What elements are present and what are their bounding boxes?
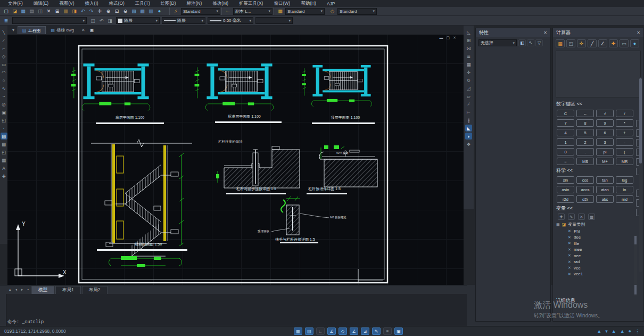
calc-function-key[interactable]: ln	[616, 186, 633, 193]
rectangle-tool-icon[interactable]: ▭	[1, 61, 7, 68]
menu-item[interactable]: AJP	[322, 1, 340, 6]
polar-toggle[interactable]: ∠	[327, 327, 336, 335]
variable-item[interactable]: ✕ dee	[556, 234, 643, 240]
calc-function-key[interactable]: acos	[576, 186, 594, 193]
lineweight-toggle[interactable]: ≡	[383, 327, 392, 335]
designcenter-icon[interactable]: ▩	[138, 7, 146, 15]
variables-tree-root[interactable]: ▦ ◪ 变量类别	[556, 222, 643, 227]
calculator-history-box[interactable]	[556, 51, 641, 97]
cut-icon[interactable]: ✕	[45, 7, 53, 15]
properties-palette-icon[interactable]: ▧	[130, 7, 138, 15]
scientific-section-header[interactable]: 科学 <<	[553, 165, 643, 174]
osnap-toggle[interactable]: ◇	[338, 327, 347, 335]
calc-key[interactable]: 0	[557, 148, 574, 155]
layout-nav-icon[interactable]: ▸	[20, 288, 25, 292]
calc-key[interactable]: -	[616, 138, 633, 146]
help-icon[interactable]: ●	[630, 39, 639, 47]
menu-item[interactable]: 格式(O)	[104, 1, 129, 7]
drawing-tab[interactable]: ▤ 楼梯 dwg	[47, 26, 78, 34]
plot-icon[interactable]: ▤	[28, 7, 36, 15]
annotation-scale-dropdown-icon[interactable]: ▾	[605, 329, 608, 334]
zoom-previous-icon[interactable]: ⊖	[121, 7, 129, 15]
tree-expand-icon[interactable]: ▦	[556, 223, 560, 227]
calc-key[interactable]: =	[557, 158, 574, 165]
menu-item[interactable]: 文件(F)	[3, 1, 28, 7]
variable-item[interactable]: ✕ rad	[556, 258, 643, 265]
angle-of-line-icon[interactable]: ∠	[598, 39, 607, 47]
redo-icon[interactable]: ↷	[87, 7, 95, 15]
paste-to-commandline-icon[interactable]: ◰	[566, 39, 575, 47]
layer-states-icon[interactable]: ◫	[89, 17, 97, 24]
calc-key[interactable]: 2	[576, 138, 594, 146]
extend-tool-icon[interactable]: ⊢	[465, 109, 472, 116]
linetype-dropdown[interactable]: 随层 ▾	[162, 17, 205, 24]
variables-scrollbar[interactable]	[634, 235, 637, 296]
hatch-tool-icon[interactable]: ▨	[1, 133, 7, 140]
scale-tool-icon[interactable]: ◿	[465, 85, 472, 92]
calc-key[interactable]: +	[616, 129, 633, 136]
erase-tool-icon[interactable]: ◺	[465, 29, 472, 36]
close-icon[interactable]: ✕	[543, 30, 547, 35]
pickadd-toggle-icon[interactable]: ◧	[518, 39, 526, 46]
menu-item[interactable]: 绘图(D)	[156, 1, 181, 7]
calc-key[interactable]: 1	[557, 138, 574, 146]
calc-key[interactable]: 5	[576, 129, 594, 136]
explode-tool-icon[interactable]: ❖	[465, 141, 472, 147]
offset-tool-icon[interactable]: ≣	[465, 53, 472, 60]
stretch-tool-icon[interactable]: ▱	[465, 93, 472, 100]
calc-key[interactable]: 9	[596, 119, 614, 127]
variable-item[interactable]: ✕ Ille	[556, 240, 643, 246]
calc-function-key[interactable]: cos	[576, 176, 594, 184]
rotate-tool-icon[interactable]: ↻	[465, 77, 472, 84]
workspace-icon[interactable]: ●	[629, 329, 631, 334]
calc-function-key[interactable]: abs	[596, 195, 614, 203]
calc-key[interactable]: 8	[576, 119, 594, 127]
annotation-icon[interactable]: ▲	[620, 329, 625, 334]
model-space-canvas[interactable]: ▬▢✕	[7, 35, 464, 285]
layer-previous-icon[interactable]: ↶	[97, 17, 105, 24]
mtext-tool-icon[interactable]: A	[1, 165, 7, 171]
layout-nav-icon[interactable]: ▪	[26, 288, 30, 292]
new-variable-icon[interactable]: ✚	[558, 214, 565, 220]
circle-tool-icon[interactable]: ○	[1, 77, 7, 84]
paste-icon[interactable]: ▥	[62, 7, 70, 15]
calc-key[interactable]: .	[576, 148, 594, 155]
calc-key[interactable]: *	[616, 119, 633, 127]
array-tool-icon[interactable]: ▦	[465, 61, 472, 68]
variable-item[interactable]: ✕ vee	[556, 264, 643, 271]
save-icon[interactable]: ▦	[19, 7, 27, 15]
calc-function-key[interactable]: atan	[596, 186, 614, 193]
color-dropdown[interactable]: 随层 ▾	[116, 17, 160, 24]
drawing-tab[interactable]: ▤ 工程图	[18, 26, 46, 34]
calc-key[interactable]: 7	[557, 119, 574, 127]
calc-key[interactable]: /	[616, 110, 633, 117]
calc-function-key[interactable]: d2r	[576, 195, 594, 203]
calc-function-key[interactable]: tan	[596, 176, 614, 184]
selection-dropdown[interactable]: 无选择 ▾	[478, 39, 517, 46]
line-tool-icon[interactable]: ╲	[1, 29, 7, 36]
calc-key[interactable]: (	[616, 148, 633, 155]
style-dropdown[interactable]: Standard ▾	[337, 8, 377, 15]
tab-list-dropdown-icon[interactable]: ▾	[11, 28, 16, 32]
delete-variable-icon[interactable]: ✕	[578, 214, 585, 220]
layout-tab[interactable]: 模型	[31, 286, 54, 294]
layout-nav-icon[interactable]: ◂	[14, 288, 19, 292]
match-properties-icon[interactable]: ◨	[70, 7, 78, 15]
calc-key[interactable]: ←	[576, 110, 594, 117]
calc-key[interactable]: 6	[596, 129, 614, 136]
trim-tool-icon[interactable]: ⌿	[465, 101, 472, 108]
add-selected-icon[interactable]: ✚	[1, 173, 7, 179]
xline-tool-icon[interactable]: ⁄	[1, 37, 7, 44]
close-tab-icon[interactable]: ✕	[80, 28, 87, 32]
calc-function-key[interactable]: asin	[557, 186, 574, 193]
layout-nav-icon[interactable]: ▴	[7, 288, 13, 292]
calc-key[interactable]: C	[557, 110, 574, 117]
annotation-visibility-icon[interactable]: ▲	[597, 329, 601, 334]
menu-item[interactable]: 插入(I)	[80, 1, 103, 7]
menu-item[interactable]: 修改(M)	[208, 1, 233, 7]
style-dropdown[interactable]: Standard ▾	[181, 8, 220, 15]
distance-between-points-icon[interactable]: ╱	[588, 39, 597, 47]
more-options-icon[interactable]: ⋮	[635, 329, 640, 334]
undo-icon[interactable]: ↶	[79, 7, 87, 15]
new-file-icon[interactable]: ▢	[2, 7, 10, 15]
